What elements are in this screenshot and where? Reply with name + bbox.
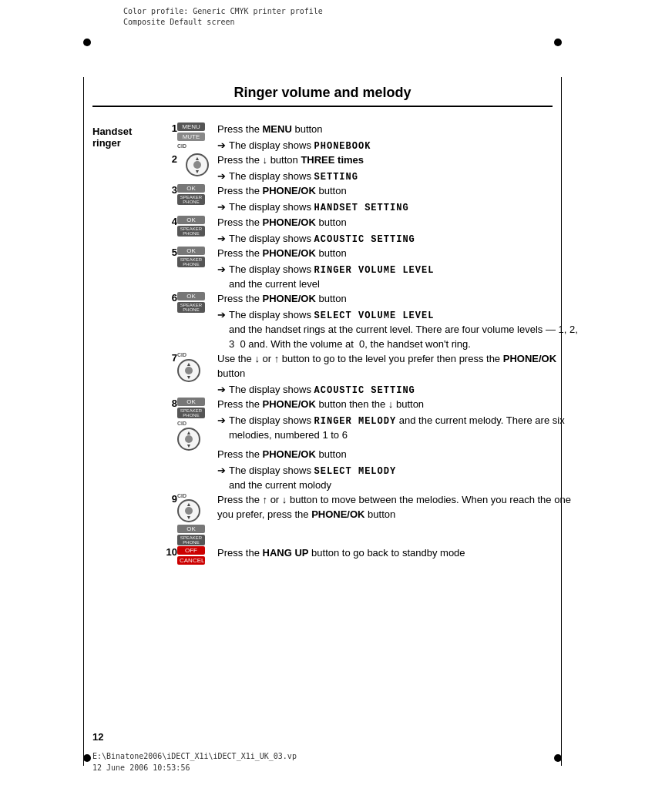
display-text-6: The display shows SELECT VOLUME LEVEL an… <box>229 308 583 352</box>
ok-button-icon-3: OK <box>177 184 205 193</box>
step-number-1: 1 <box>154 122 177 153</box>
arrow-icon-1: ➔ <box>217 139 226 153</box>
cid-label-1: CID <box>177 143 186 149</box>
footer: E:\Binatone2006\iDECT_X1i\iDECT_X1i_UK_0… <box>92 750 297 773</box>
step-number-6: 6 <box>154 292 177 352</box>
cid-label-8: CID <box>177 421 186 426</box>
step-text-6: Press the PHONE/OK button ➔ The display … <box>217 292 583 352</box>
display-text-3: The display shows HANDSET SETTING <box>229 200 409 215</box>
mute-button-icon: MUTE <box>177 133 205 141</box>
cid-label-9: CID <box>177 493 186 498</box>
speaker-phone-icon-5: SPEAKER PHONE <box>177 257 205 267</box>
instruction-table: Handsetringer 1 MENU MUTE CID Press the … <box>92 122 583 565</box>
arrow-icon-8a: ➔ <box>217 414 226 428</box>
reg-dot-tl <box>83 39 91 46</box>
cid-label-7: CID <box>177 352 186 357</box>
step-icon-8: OK SPEAKER PHONE CID <box>177 398 217 493</box>
table-row: 10 OFF CANCEL Press the HANG UP button t… <box>92 546 583 565</box>
step-icon-6: OK SPEAKER PHONE <box>177 292 217 352</box>
step-icon-1: MENU MUTE CID <box>177 122 217 153</box>
step-number-3: 3 <box>154 184 177 215</box>
reg-dot-bl <box>83 754 91 762</box>
right-border-line <box>561 77 562 766</box>
arrow-icon-7: ➔ <box>217 383 226 398</box>
step-text-4: Press the PHONE/OK button ➔ The display … <box>217 216 583 247</box>
table-row: 7 CID Use the ↓ or ↑ button to go to the… <box>92 352 583 398</box>
step-icon-7: CID <box>177 352 217 398</box>
step-text-5: Press the PHONE/OK button ➔ The display … <box>217 247 583 292</box>
arrow-icon-8b: ➔ <box>217 464 226 478</box>
nav-button-icon-9 <box>177 499 200 522</box>
speaker-phone-icon-9: SPEAKER PHONE <box>177 535 205 545</box>
nav-button-icon-7 <box>177 359 200 382</box>
arrow-icon-2: ➔ <box>217 169 226 184</box>
nav-button-icon <box>186 153 209 176</box>
ok-button-icon-4: OK <box>177 216 205 224</box>
step-text-10: Press the HANG UP button to go back to s… <box>217 546 583 565</box>
display-text-8a: The display shows RINGER MELODY and the … <box>229 414 583 443</box>
step-icon-9: CID OK SPEAKER PHONE <box>177 493 217 546</box>
step-number-9: 9 <box>154 493 177 546</box>
display-text-4: The display shows ACOUSTIC SETTING <box>229 232 415 247</box>
ok-button-icon-5: OK <box>177 247 205 255</box>
page-number: 12 <box>92 731 103 743</box>
display-text-8b: The display shows SELECT MELODYand the c… <box>229 464 396 493</box>
menu-button-icon: MENU <box>177 122 205 131</box>
display-text-2: The display shows SETTING <box>229 169 358 184</box>
table-row: 8 OK SPEAKER PHONE CID Press the PHONE/O… <box>92 398 583 493</box>
arrow-icon-3: ➔ <box>217 200 226 215</box>
step-number-10: 10 <box>154 546 177 565</box>
main-content: Handsetringer 1 MENU MUTE CID Press the … <box>92 122 583 565</box>
step-icon-5: OK SPEAKER PHONE <box>177 247 217 292</box>
step-text-7: Use the ↓ or ↑ button to go to the level… <box>217 352 583 398</box>
section-label: Handsetringer <box>92 122 154 565</box>
table-row: Handsetringer 1 MENU MUTE CID Press the … <box>92 122 583 153</box>
speaker-phone-icon-8: SPEAKER PHONE <box>177 408 205 418</box>
display-text-1: The display shows PHONEBOOK <box>229 139 371 153</box>
step-icon-10: OFF CANCEL <box>177 546 217 565</box>
step-text-2: Press the ↓ button THREE times ➔ The dis… <box>217 153 583 184</box>
step-text-1: Press the MENU button ➔ The display show… <box>217 122 583 153</box>
ok-button-icon-9: OK <box>177 525 205 533</box>
step-text-8: Press the PHONE/OK button then the ↓ but… <box>217 398 583 493</box>
step-icon-2 <box>177 153 217 184</box>
step-number-5: 5 <box>154 247 177 292</box>
table-row: 6 OK SPEAKER PHONE Press the PHONE/OK bu… <box>92 292 583 352</box>
speaker-phone-icon-6: SPEAKER PHONE <box>177 302 205 313</box>
arrow-icon-5: ➔ <box>217 263 226 277</box>
off-button-icon: OFF <box>177 546 205 555</box>
step-number-2: 2 <box>154 153 177 184</box>
print-info: Color profile: Generic CMYK printer prof… <box>123 6 323 28</box>
table-row: 3 OK SPEAKER PHONE Press the PHONE/OK bu… <box>92 184 583 215</box>
reg-dot-tr <box>554 39 562 46</box>
step-text-9: Press the ↑ or ↓ button to move between … <box>217 493 583 546</box>
ok-button-icon-8: OK <box>177 398 205 406</box>
step-number-4: 4 <box>154 216 177 247</box>
speaker-phone-icon-4: SPEAKER PHONE <box>177 226 205 237</box>
ok-button-icon-6: OK <box>177 292 205 300</box>
step-number-8: 8 <box>154 398 177 493</box>
step-number-7: 7 <box>154 352 177 398</box>
display-text-7: The display shows ACOUSTIC SETTING <box>229 383 415 398</box>
cancel-button-icon: CANCEL <box>177 556 205 565</box>
speaker-phone-icon-3: SPEAKER PHONE <box>177 194 205 205</box>
left-border-line <box>83 77 84 766</box>
step-icon-4: OK SPEAKER PHONE <box>177 216 217 247</box>
arrow-icon-4: ➔ <box>217 232 226 247</box>
display-text-5: The display shows RINGER VOLUME LEVELand… <box>229 263 434 292</box>
arrow-icon-6: ➔ <box>217 308 226 323</box>
table-row: 5 OK SPEAKER PHONE Press the PHONE/OK bu… <box>92 247 583 292</box>
page-title: Ringer volume and melody <box>92 85 553 107</box>
table-row: 2 Press the ↓ button THREE times ➔ The d… <box>92 153 583 184</box>
table-row: 9 CID OK SPEAKER PHONE Press the ↑ or ↓ … <box>92 493 583 546</box>
nav-button-icon-8 <box>177 428 200 451</box>
step-icon-3: OK SPEAKER PHONE <box>177 184 217 215</box>
step-text-3: Press the PHONE/OK button ➔ The display … <box>217 184 583 215</box>
table-row: 4 OK SPEAKER PHONE Press the PHONE/OK bu… <box>92 216 583 247</box>
